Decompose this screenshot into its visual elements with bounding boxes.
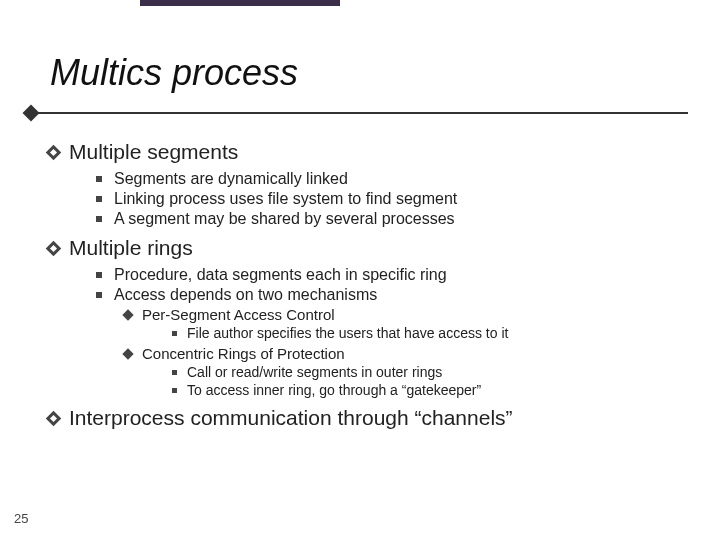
list-item: Procedure, data segments each in specifi… — [96, 266, 700, 284]
diamond-bullet-icon — [46, 144, 62, 160]
list-item: A segment may be shared by several proce… — [96, 210, 700, 228]
list-item: To access inner ring, go through a “gate… — [172, 382, 700, 398]
diamond-bullet-icon — [46, 240, 62, 256]
item-text: Procedure, data segments each in specifi… — [114, 266, 447, 284]
item-text: File author specifies the users that hav… — [187, 325, 508, 341]
mech2-details: Call or read/write segments in outer rin… — [172, 364, 700, 398]
slide-title: Multics process — [50, 52, 298, 94]
rings-list: Procedure, data segments each in specifi… — [96, 266, 700, 398]
square-bullet-icon — [96, 216, 102, 222]
square-bullet-icon — [96, 196, 102, 202]
item-text: Call or read/write segments in outer rin… — [187, 364, 442, 380]
item-text: Concentric Rings of Protection — [142, 345, 345, 362]
list-item: Call or read/write segments in outer rin… — [172, 364, 700, 380]
heading-text: Multiple rings — [69, 236, 193, 260]
square-bullet-icon — [96, 292, 102, 298]
slide: Multics process Multiple segments Segmen… — [0, 0, 720, 540]
item-text: Access depends on two mechanisms — [114, 286, 377, 304]
heading-text: Interprocess communication through “chan… — [69, 406, 513, 430]
diamond-bullet-icon — [46, 410, 62, 426]
segments-list: Segments are dynamically linked Linking … — [96, 170, 700, 228]
mechanisms-list: Per-Segment Access Control File author s… — [124, 306, 700, 398]
square-bullet-icon — [96, 272, 102, 278]
item-text: Linking process uses file system to find… — [114, 190, 457, 208]
heading-multiple-segments: Multiple segments — [48, 140, 700, 164]
list-item: Linking process uses file system to find… — [96, 190, 700, 208]
mechanism-concentric-rings: Concentric Rings of Protection — [124, 345, 700, 362]
item-text: To access inner ring, go through a “gate… — [187, 382, 481, 398]
small-square-bullet-icon — [172, 370, 177, 375]
content-area: Multiple segments Segments are dynamical… — [48, 140, 700, 436]
mech1-details: File author specifies the users that hav… — [172, 325, 700, 341]
square-bullet-icon — [96, 176, 102, 182]
list-item: Segments are dynamically linked — [96, 170, 700, 188]
diamond-solid-bullet-icon — [122, 309, 133, 320]
small-square-bullet-icon — [172, 331, 177, 336]
list-item: Access depends on two mechanisms — [96, 286, 700, 304]
decoration-bar — [140, 0, 340, 6]
heading-text: Multiple segments — [69, 140, 238, 164]
mechanism-per-segment: Per-Segment Access Control — [124, 306, 700, 323]
diamond-solid-bullet-icon — [122, 348, 133, 359]
item-text: Per-Segment Access Control — [142, 306, 335, 323]
small-square-bullet-icon — [172, 388, 177, 393]
title-underline — [32, 112, 688, 114]
heading-multiple-rings: Multiple rings — [48, 236, 700, 260]
heading-ipc: Interprocess communication through “chan… — [48, 406, 700, 430]
page-number: 25 — [14, 511, 28, 526]
list-item: File author specifies the users that hav… — [172, 325, 700, 341]
item-text: Segments are dynamically linked — [114, 170, 348, 188]
item-text: A segment may be shared by several proce… — [114, 210, 455, 228]
